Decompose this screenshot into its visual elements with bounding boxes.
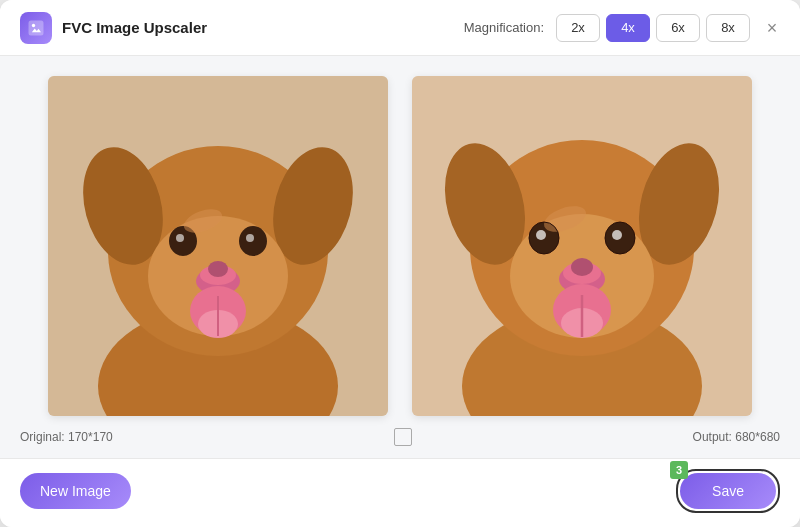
compare-icon[interactable] bbox=[394, 428, 412, 446]
mag-8x-button[interactable]: 8x bbox=[706, 14, 750, 42]
svg-point-9 bbox=[176, 234, 184, 242]
save-button[interactable]: Save bbox=[680, 473, 776, 509]
original-image-panel bbox=[48, 76, 388, 416]
save-badge: 3 bbox=[670, 461, 688, 479]
svg-point-26 bbox=[536, 230, 546, 240]
svg-point-10 bbox=[239, 226, 267, 256]
app-logo bbox=[20, 12, 52, 44]
output-size-label: Output: 680*680 bbox=[693, 430, 780, 444]
svg-point-14 bbox=[208, 261, 228, 277]
mag-2x-button[interactable]: 2x bbox=[556, 14, 600, 42]
magnification-buttons: 2x 4x 6x 8x bbox=[556, 14, 750, 42]
svg-point-11 bbox=[246, 234, 254, 242]
compare-icon-wrapper bbox=[394, 428, 412, 446]
app-window: FVC Image Upscaler Magnification: 2x 4x … bbox=[0, 0, 800, 527]
svg-point-28 bbox=[612, 230, 622, 240]
mag-4x-button[interactable]: 4x bbox=[606, 14, 650, 42]
info-bar: Original: 170*170 Output: 680*680 bbox=[20, 420, 780, 450]
new-image-label: New Image bbox=[40, 483, 111, 499]
svg-point-31 bbox=[571, 258, 593, 276]
save-btn-wrapper: Save bbox=[676, 469, 780, 513]
save-area: 3 Save bbox=[676, 469, 780, 513]
app-title: FVC Image Upscaler bbox=[62, 19, 207, 36]
images-row bbox=[20, 72, 780, 420]
bottom-bar: New Image 3 Save bbox=[0, 458, 800, 527]
new-image-button[interactable]: New Image bbox=[20, 473, 131, 509]
mag-6x-button[interactable]: 6x bbox=[656, 14, 700, 42]
original-size-label: Original: 170*170 bbox=[20, 430, 113, 444]
close-button[interactable]: × bbox=[760, 16, 784, 40]
title-bar: FVC Image Upscaler Magnification: 2x 4x … bbox=[0, 0, 800, 56]
svg-point-1 bbox=[32, 23, 35, 26]
output-image-panel bbox=[412, 76, 752, 416]
content-area: Original: 170*170 Output: 680*680 bbox=[0, 56, 800, 458]
svg-rect-0 bbox=[29, 20, 44, 35]
magnification-label: Magnification: bbox=[464, 20, 544, 35]
